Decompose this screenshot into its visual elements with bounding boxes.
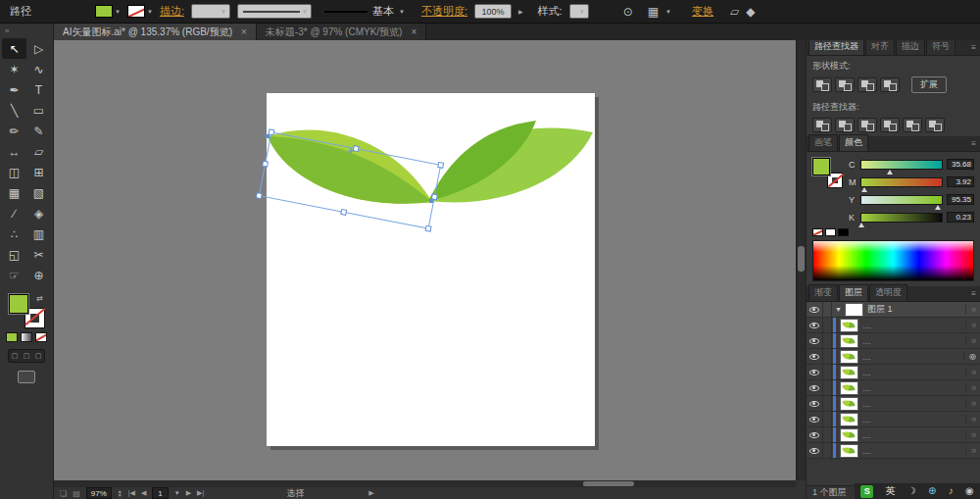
free-transform-tool[interactable]: ▱ [26, 141, 51, 162]
layers-tab[interactable]: 透明度 [869, 284, 907, 301]
tab-close-icon[interactable]: × [411, 26, 416, 37]
dock-tab[interactable]: 路径查找器 [808, 40, 864, 55]
target-icon[interactable]: ○ [965, 321, 976, 329]
magic-wand-tool[interactable]: ✶ [2, 59, 26, 79]
arrange-icon[interactable]: ◆ [746, 6, 755, 18]
visibility-toggle[interactable] [807, 349, 823, 364]
layer-row[interactable]: …○ [807, 412, 980, 427]
visibility-toggle[interactable] [807, 318, 823, 332]
width-profile-dropdown[interactable]: ▼ [237, 4, 312, 19]
color-tab[interactable]: 颜色 [839, 134, 868, 151]
layer-name[interactable]: … [862, 399, 871, 409]
rectangle-tool[interactable]: ▭ [26, 100, 51, 121]
fill-color-swatch[interactable] [95, 5, 113, 18]
target-icon[interactable]: ○ [965, 430, 976, 439]
layer-thumbnail[interactable] [840, 397, 858, 411]
layer-thumbnail[interactable] [845, 303, 863, 317]
target-icon[interactable]: ○ [965, 415, 976, 424]
layer-row[interactable]: …○ [807, 365, 980, 380]
dock-tab[interactable]: 描边 [896, 40, 925, 55]
tray-icon[interactable]: ☽ [907, 486, 916, 496]
zoom-spinner[interactable]: ▲▼ [118, 489, 122, 497]
channel-value-field[interactable]: 95.35 [947, 194, 974, 205]
canvas-area[interactable] [54, 40, 796, 480]
layer-row[interactable]: …○ [807, 396, 980, 412]
fill-green-swatch[interactable] [812, 158, 830, 175]
perspective-grid-tool[interactable]: ⊞ [26, 162, 51, 182]
disclosure-triangle-icon[interactable]: ▼ [835, 306, 842, 313]
color-spectrum-bar[interactable] [812, 240, 974, 281]
color-tab[interactable]: 画笔 [808, 134, 838, 151]
symbol-sprayer-tool[interactable]: ∴ [2, 224, 26, 244]
tab-close-icon[interactable]: × [241, 26, 247, 37]
layers-tab[interactable]: 图层 [839, 284, 868, 301]
intersect-button[interactable] [858, 77, 877, 92]
tools-panel-collapse-icon[interactable]: » [0, 24, 53, 38]
layer-name[interactable]: … [862, 321, 871, 330]
none-swatch[interactable] [812, 228, 823, 236]
tray-icon[interactable]: ♪ [949, 486, 954, 496]
color-button[interactable] [6, 332, 18, 342]
layer-thumbnail[interactable] [840, 413, 858, 426]
zoom-tool[interactable]: ⊕ [26, 265, 51, 285]
stroke-none-swatch[interactable] [828, 174, 842, 187]
layer-thumbnail[interactable] [840, 444, 858, 458]
layer-thumbnail[interactable] [840, 381, 858, 395]
document-setup-icon[interactable]: ▦ [648, 6, 659, 18]
pencil-tool[interactable]: ✎ [26, 121, 51, 141]
layer-thumbnail[interactable] [840, 350, 858, 364]
minus-front-button[interactable] [835, 77, 855, 92]
draw-normal-icon[interactable]: ▢ [12, 352, 19, 360]
layer-name[interactable]: … [862, 383, 871, 393]
hand-tool[interactable]: ☞ [2, 265, 26, 285]
draw-behind-icon[interactable]: ▢ [24, 352, 30, 360]
layers-tab[interactable]: 渐变 [808, 284, 838, 301]
visibility-toggle[interactable] [807, 302, 823, 317]
gradient-tool[interactable]: ▧ [26, 182, 51, 203]
visibility-toggle[interactable] [807, 412, 823, 426]
brush-name[interactable]: 基本 [372, 4, 394, 19]
layer-name[interactable]: … [862, 368, 871, 377]
layer-thumbnail[interactable] [840, 334, 858, 348]
slider-thumb[interactable] [858, 223, 864, 227]
visibility-toggle[interactable] [807, 443, 823, 458]
layer-name[interactable]: … [862, 352, 871, 362]
target-icon[interactable]: ○ [965, 336, 976, 345]
unite-button[interactable] [812, 77, 832, 92]
lock-cell[interactable] [823, 443, 832, 458]
lock-cell[interactable] [823, 365, 832, 379]
layer-row[interactable]: …◎ [807, 349, 980, 365]
screen-mode-button[interactable] [18, 371, 35, 383]
horizontal-scrollbar-thumb[interactable] [583, 481, 634, 486]
pen-tool[interactable]: ✒ [2, 79, 26, 100]
opacity-dropdown-arrow-icon[interactable]: ▶ [518, 8, 523, 15]
lock-cell[interactable] [823, 333, 832, 348]
lock-cell[interactable] [823, 302, 832, 317]
shape-align-icon[interactable]: ▱ [730, 6, 739, 18]
draw-inside-icon[interactable]: ▢ [35, 352, 42, 360]
stroke-weight-dropdown[interactable]: ▼ [191, 4, 230, 19]
outline-button[interactable] [903, 118, 922, 132]
blend-tool[interactable]: ◈ [26, 203, 51, 224]
swap-fill-stroke-icon[interactable]: ⇄ [36, 294, 43, 303]
layer-name[interactable]: 图层 1 [867, 303, 893, 316]
fill-dropdown-arrow-icon[interactable]: ▼ [115, 9, 121, 15]
document-tab[interactable]: AI矢量图标.ai* @ 135.37% (RGB/预览) × [54, 24, 257, 40]
prev-artboard-icon[interactable]: ◀ [141, 489, 146, 497]
lock-cell[interactable] [823, 427, 832, 442]
paintbrush-tool[interactable]: ✏ [2, 121, 26, 141]
target-icon[interactable]: ○ [965, 383, 976, 392]
dock-tab[interactable]: 符号 [926, 40, 956, 55]
anchor-point[interactable] [429, 199, 433, 203]
visibility-toggle[interactable] [807, 333, 823, 348]
gradient-button[interactable] [21, 332, 32, 342]
visibility-toggle[interactable] [807, 427, 823, 442]
layer-thumbnail[interactable] [840, 319, 858, 332]
lock-cell[interactable] [823, 412, 832, 426]
panel-menu-icon[interactable]: ≡ [971, 43, 976, 52]
layer-row[interactable]: …○ [807, 318, 980, 333]
mesh-tool[interactable]: ▦ [2, 182, 26, 203]
document-setup-arrow-icon[interactable]: ▼ [665, 9, 671, 15]
transform-link[interactable]: 变换 [692, 4, 713, 19]
exclude-button[interactable] [880, 77, 900, 92]
